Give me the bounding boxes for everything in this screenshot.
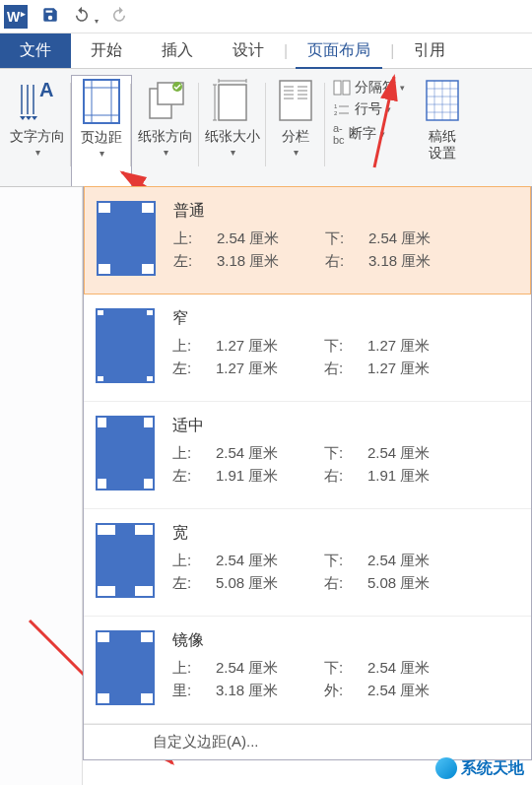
margin-bottom-value: 1.27 厘米	[367, 337, 466, 356]
chevron-down-icon: ▾	[164, 147, 168, 158]
text-direction-button[interactable]: A 文字方向 ▾	[4, 75, 71, 186]
hyphenation-button[interactable]: a-bc 断字 ▾	[333, 122, 405, 146]
margin-left-value: 3.18 厘米	[217, 252, 325, 271]
margin-bottom-label: 下:	[325, 229, 368, 248]
margin-preview-icon	[97, 201, 156, 276]
columns-button[interactable]: 分栏 ▾	[266, 75, 325, 186]
margin-left-label: 左:	[172, 467, 216, 486]
tab-insert[interactable]: 插入	[142, 33, 213, 68]
margin-right-label: 右:	[325, 252, 368, 271]
word-app-icon: W ▸	[4, 5, 28, 29]
svg-rect-19	[334, 81, 341, 95]
margin-right-label: 右:	[324, 467, 367, 486]
margin-option-title: 镜像	[172, 630, 519, 651]
margin-left-label: 里:	[172, 682, 216, 700]
paper-size-label: 纸张大小	[205, 128, 260, 145]
margin-option-title: 窄	[172, 308, 519, 329]
undo-icon[interactable]: ▾	[73, 6, 99, 28]
margin-option-title: 宽	[172, 523, 519, 544]
hyphenation-label: 断字	[349, 125, 376, 143]
svg-rect-20	[343, 81, 350, 95]
margin-left-label: 左:	[172, 360, 216, 378]
tab-page-layout[interactable]: 页面布局	[288, 33, 390, 68]
chevron-down-icon: ▾	[100, 148, 104, 159]
margin-right-value: 1.91 厘米	[367, 467, 466, 486]
margin-bottom-label: 下:	[324, 444, 367, 463]
redo-icon[interactable]	[110, 6, 128, 28]
text-direction-label: 文字方向	[10, 128, 65, 145]
margin-left-label: 左:	[172, 574, 216, 593]
margin-bottom-value: 2.54 厘米	[368, 229, 467, 248]
breaks-button[interactable]: 分隔符 ▾	[333, 79, 405, 97]
margin-preview-icon	[96, 523, 155, 598]
margin-option-title: 普通	[173, 201, 518, 222]
breaks-label: 分隔符	[355, 79, 396, 97]
margin-right-label: 右:	[324, 574, 367, 593]
save-icon[interactable]	[41, 6, 59, 28]
margin-option-normal[interactable]: 普通 上: 2.54 厘米 下: 2.54 厘米 左: 3.18 厘米 右: 3…	[84, 186, 531, 294]
title-bar: W ▸ ▾	[0, 0, 532, 33]
tab-file[interactable]: 文件	[0, 33, 71, 68]
svg-text:A: A	[39, 79, 53, 100]
margin-preview-icon	[96, 416, 155, 491]
margin-bottom-value: 2.54 厘米	[367, 552, 466, 570]
margin-top-value: 2.54 厘米	[216, 444, 324, 463]
ribbon-tabs: 文件 开始 插入 设计 | 页面布局 | 引用	[0, 33, 532, 69]
margins-label: 页边距	[81, 129, 122, 146]
margin-option-mirror[interactable]: 镜像 上: 2.54 厘米 下: 2.54 厘米 里: 3.18 厘米 外: 2…	[84, 617, 531, 724]
chevron-down-icon: ▾	[231, 147, 235, 158]
margin-top-value: 2.54 厘米	[217, 229, 325, 248]
columns-icon	[272, 75, 319, 126]
orientation-button[interactable]: 纸张方向 ▾	[132, 75, 199, 186]
svg-rect-1	[84, 80, 119, 123]
margin-top-label: 上:	[172, 444, 216, 463]
margin-preview-icon	[96, 630, 155, 705]
margin-right-label: 外:	[324, 682, 367, 700]
margin-left-value: 1.91 厘米	[216, 467, 324, 486]
line-numbers-button[interactable]: 12 行号 ▾	[333, 100, 405, 118]
line-numbers-label: 行号	[355, 100, 382, 118]
margin-option-moderate[interactable]: 适中 上: 2.54 厘米 下: 2.54 厘米 左: 1.91 厘米 右: 1…	[84, 402, 531, 509]
orientation-icon	[142, 75, 189, 126]
margin-top-value: 2.54 厘米	[216, 659, 324, 678]
margin-option-wide[interactable]: 宽 上: 2.54 厘米 下: 2.54 厘米 左: 5.08 厘米 右: 5.…	[84, 509, 531, 617]
svg-text:1: 1	[334, 103, 338, 109]
tab-home[interactable]: 开始	[71, 33, 142, 68]
app-letter: W	[7, 9, 20, 25]
svg-rect-9	[219, 85, 246, 120]
custom-margins-button[interactable]: 自定义边距(A)...	[84, 724, 531, 759]
margin-left-label: 左:	[173, 252, 217, 271]
orientation-label: 纸张方向	[138, 128, 193, 145]
margin-right-value: 2.54 厘米	[367, 682, 466, 700]
margins-dropdown: 普通 上: 2.54 厘米 下: 2.54 厘米 左: 3.18 厘米 右: 3…	[83, 186, 532, 760]
margin-top-label: 上:	[172, 337, 216, 356]
manuscript-button[interactable]: 稿纸 设置	[413, 75, 472, 186]
margin-right-value: 3.18 厘米	[368, 252, 467, 271]
chevron-down-icon: ▾	[35, 147, 40, 158]
svg-text:2: 2	[334, 110, 338, 116]
margin-right-value: 5.08 厘米	[367, 574, 466, 593]
tab-references[interactable]: 引用	[394, 33, 465, 68]
margin-right-value: 1.27 厘米	[367, 360, 466, 378]
margin-top-label: 上:	[172, 659, 216, 678]
margin-top-value: 1.27 厘米	[216, 337, 324, 356]
margin-bottom-value: 2.54 厘米	[367, 659, 466, 678]
paper-size-icon	[209, 75, 256, 126]
paper-size-button[interactable]: 纸张大小 ▾	[199, 75, 266, 186]
tab-design[interactable]: 设计	[213, 33, 284, 68]
chevron-down-icon: ▾	[294, 147, 299, 158]
margin-bottom-label: 下:	[324, 659, 367, 678]
margin-left-value: 5.08 厘米	[216, 574, 324, 593]
margin-left-value: 1.27 厘米	[216, 360, 324, 378]
margin-bottom-label: 下:	[324, 552, 367, 570]
margin-option-narrow[interactable]: 窄 上: 1.27 厘米 下: 1.27 厘米 左: 1.27 厘米 右: 1.…	[84, 294, 531, 402]
watermark: 系统天地	[435, 757, 524, 779]
margin-top-label: 上:	[173, 229, 217, 248]
margins-icon	[78, 76, 125, 127]
margins-button[interactable]: 页边距 ▾	[71, 75, 132, 186]
margin-preview-icon	[96, 308, 155, 383]
manuscript-icon	[419, 75, 466, 126]
watermark-icon	[435, 757, 457, 779]
margin-right-label: 右:	[324, 360, 367, 378]
margin-left-value: 3.18 厘米	[216, 682, 324, 700]
